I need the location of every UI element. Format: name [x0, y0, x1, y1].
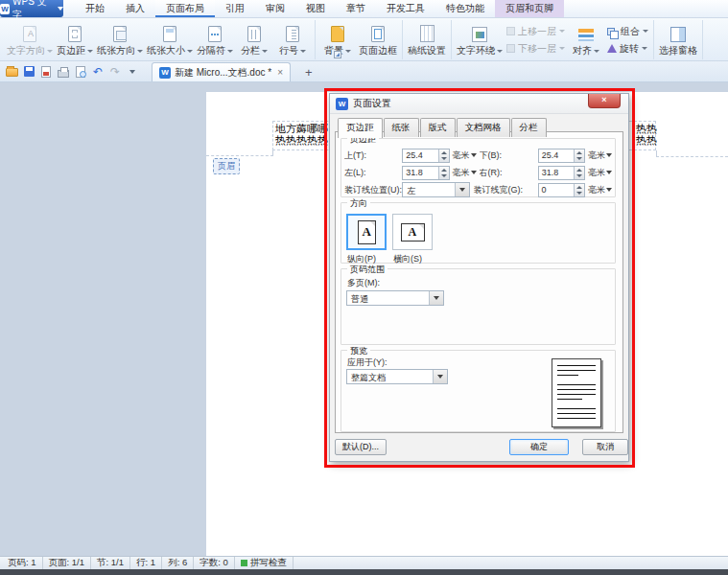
menu-tab-special-features[interactable]: 特色功能 — [435, 0, 495, 17]
chevron-down-icon — [606, 171, 612, 174]
align-button[interactable]: 对齐 — [567, 20, 605, 59]
open-file-button[interactable] — [5, 64, 18, 79]
close-tab-icon[interactable]: × — [277, 67, 283, 78]
menu-tab-view[interactable]: 视图 — [295, 0, 336, 17]
open-folder-icon — [6, 68, 18, 77]
chevron-down-icon[interactable] — [429, 291, 443, 305]
spinner-icon[interactable] — [574, 167, 584, 179]
page-setup-dialog-launcher-icon[interactable] — [334, 51, 341, 58]
cancel-button[interactable]: 取消 — [582, 439, 628, 455]
spell-check-status[interactable]: 拼写检查 — [235, 557, 294, 569]
portrait-button[interactable] — [346, 214, 387, 250]
margin-left-input[interactable]: 31.8 — [402, 166, 449, 180]
margin-right-value[interactable]: 31.8 — [539, 167, 574, 179]
margin-bottom-unit-dropdown[interactable]: 毫米 — [585, 150, 612, 162]
status-bar: 页码: 1 页面: 1/1 节: 1/1 行: 1 列: 6 字数: 0 拼写检… — [0, 556, 728, 569]
dialog-tab-document-grid[interactable]: 文档网格 — [457, 118, 510, 137]
chevron-down-icon — [559, 30, 565, 33]
chevron-down-icon — [642, 47, 647, 50]
menu-tab-developer-tools[interactable]: 开发工具 — [376, 0, 435, 17]
dialog-tab-columns[interactable]: 分栏 — [511, 118, 547, 137]
gutter-position-select[interactable]: 左 — [402, 182, 470, 197]
header-text-overflow-2: 热热 — [636, 134, 657, 146]
menu-tab-section[interactable]: 章节 — [336, 0, 376, 17]
button-label: 分隔符 — [197, 44, 225, 58]
menu-tab-insert[interactable]: 插入 — [115, 0, 155, 17]
header-boundary-line — [272, 150, 273, 155]
menu-tab-page-layout[interactable]: 页面布局 — [155, 0, 215, 17]
save-icon — [24, 66, 35, 77]
document-tab[interactable]: 新建 Micro...文档.doc * × — [152, 62, 291, 81]
menu-tab-home[interactable]: 开始 — [75, 0, 115, 17]
margin-right-input[interactable]: 31.8 — [538, 166, 585, 180]
margin-bottom-value[interactable]: 25.4 — [539, 150, 574, 162]
header-tag: 页眉 — [213, 158, 240, 174]
bring-forward-button: 上移一层 — [506, 25, 565, 38]
dialog-tab-paper[interactable]: 纸张 — [384, 118, 419, 137]
dialog-title-bar[interactable]: 页面设置 — [330, 94, 628, 114]
gutter-width-input[interactable]: 0 — [538, 183, 585, 197]
ok-button[interactable]: 确定 — [509, 439, 569, 455]
print-preview-button[interactable] — [74, 64, 87, 79]
document-tab-title: 新建 Micro...文档.doc * — [175, 66, 271, 80]
spinner-icon[interactable] — [438, 150, 449, 162]
margin-left-value[interactable]: 31.8 — [403, 167, 437, 179]
spinner-icon[interactable] — [438, 167, 449, 179]
breaks-icon — [208, 26, 222, 42]
spinner-icon[interactable] — [574, 184, 584, 196]
breaks-button[interactable]: 分隔符 — [195, 20, 235, 59]
app-menu-button[interactable]: WPS 文字 — [0, 0, 63, 17]
chevron-down-icon[interactable] — [433, 370, 447, 383]
gutter-width-label: 装订线宽(G): — [473, 184, 537, 196]
text-direction-button: 文字方向 — [5, 20, 55, 59]
chevron-down-icon — [606, 188, 612, 192]
margins-button[interactable]: 页边距 — [55, 20, 95, 59]
dialog-tab-layout[interactable]: 版式 — [420, 118, 456, 137]
landscape-button[interactable] — [392, 214, 433, 250]
print-button[interactable] — [57, 64, 70, 79]
dialog-close-button[interactable]: × — [588, 94, 621, 108]
line-numbers-button[interactable]: 行号 — [273, 20, 312, 59]
new-tab-button[interactable]: + — [300, 65, 317, 80]
margin-top-value[interactable]: 25.4 — [403, 150, 437, 162]
gutter-width-unit-dropdown[interactable]: 毫米 — [585, 184, 612, 196]
chevron-down-icon[interactable] — [455, 183, 469, 196]
manuscript-paper-button[interactable]: 稿纸设置 — [406, 20, 448, 59]
paper-orientation-button[interactable]: 纸张方向 — [95, 20, 145, 59]
save-button[interactable] — [22, 64, 35, 79]
group-button[interactable]: 组合 — [607, 25, 648, 38]
margin-bottom-input[interactable]: 25.4 — [538, 149, 585, 163]
margin-top-input[interactable]: 25.4 — [402, 149, 449, 163]
preview-thumbnail — [552, 358, 601, 427]
qat-customize-button[interactable] — [126, 64, 139, 79]
paper-size-button[interactable]: 纸张大小 — [145, 20, 195, 59]
gutter-width-value[interactable]: 0 — [539, 184, 574, 196]
text-wrap-button[interactable]: 文字环绕 — [455, 20, 505, 59]
dialog-tab-margins[interactable]: 页边距 — [338, 118, 383, 138]
background-icon — [331, 26, 344, 42]
dialog-title: 页面设置 — [353, 97, 391, 110]
chevron-down-icon — [559, 47, 565, 50]
portrait-page-icon — [358, 220, 376, 244]
spinner-icon[interactable] — [574, 150, 584, 162]
button-label: 文字方向 — [7, 44, 45, 58]
export-pdf-button[interactable] — [39, 64, 53, 79]
ribbon-group-page-setup: 文字方向 页边距 纸张方向 纸张大小 分隔符 分栏 — [2, 20, 316, 59]
word-doc-icon — [159, 67, 171, 79]
apply-to-select[interactable]: 整篇文档 — [346, 369, 448, 384]
columns-button[interactable]: 分栏 — [235, 20, 273, 59]
margin-top-unit-dropdown[interactable]: 毫米 — [450, 150, 477, 162]
rotate-button[interactable]: 旋转 — [607, 42, 648, 56]
multiple-pages-select[interactable]: 普通 — [346, 290, 444, 306]
align-icon — [578, 29, 594, 41]
page-borders-button[interactable]: 页面边框 — [357, 20, 399, 59]
selection-pane-button[interactable]: 选择窗格 — [657, 20, 699, 59]
menu-tab-header-footer[interactable]: 页眉和页脚 — [495, 0, 564, 17]
wps-doc-icon — [336, 98, 348, 110]
menu-tab-references[interactable]: 引用 — [215, 0, 255, 17]
margin-left-unit-dropdown[interactable]: 毫米 — [450, 167, 477, 179]
menu-tab-review[interactable]: 审阅 — [255, 0, 295, 17]
undo-button[interactable] — [91, 64, 105, 79]
margin-right-unit-dropdown[interactable]: 毫米 — [585, 167, 612, 179]
default-button[interactable]: 默认(D)... — [335, 439, 387, 455]
